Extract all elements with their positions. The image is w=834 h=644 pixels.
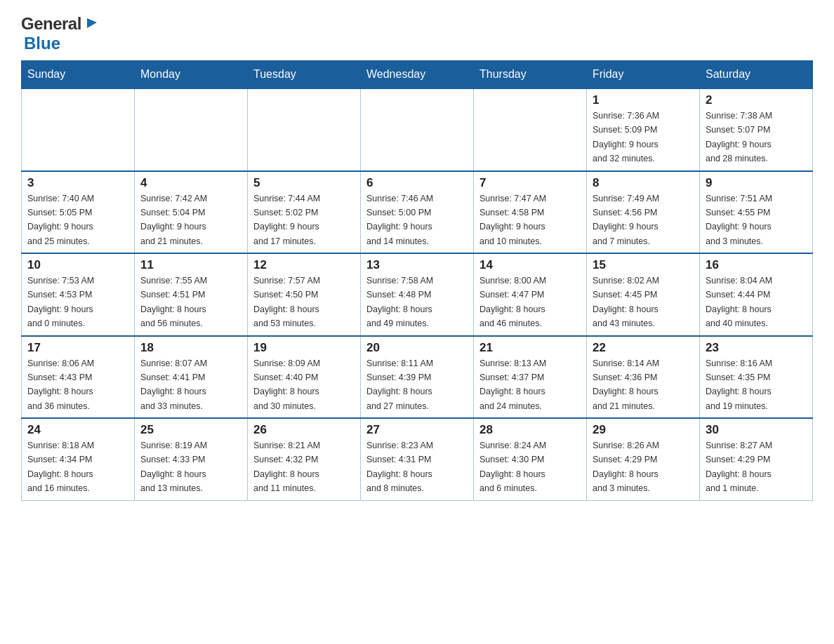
day-number: 9 — [706, 176, 807, 190]
day-number: 17 — [27, 341, 128, 355]
day-number: 6 — [366, 176, 468, 190]
calendar-cell: 18Sunrise: 8:07 AM Sunset: 4:41 PM Dayli… — [135, 336, 248, 419]
calendar-cell — [248, 88, 361, 171]
calendar-cell: 2Sunrise: 7:38 AM Sunset: 5:07 PM Daylig… — [700, 88, 813, 171]
day-info: Sunrise: 8:18 AM Sunset: 4:34 PM Dayligh… — [27, 441, 94, 493]
weekday-header-thursday: Thursday — [474, 61, 587, 89]
day-info: Sunrise: 8:06 AM Sunset: 4:43 PM Dayligh… — [27, 358, 94, 411]
calendar-cell: 11Sunrise: 7:55 AM Sunset: 4:51 PM Dayli… — [135, 253, 248, 336]
day-info: Sunrise: 8:23 AM Sunset: 4:31 PM Dayligh… — [366, 441, 433, 493]
logo: General Blue — [21, 14, 98, 53]
calendar-cell: 15Sunrise: 8:02 AM Sunset: 4:45 PM Dayli… — [587, 253, 700, 336]
day-number: 10 — [27, 258, 128, 272]
calendar-cell: 26Sunrise: 8:21 AM Sunset: 4:32 PM Dayli… — [248, 418, 361, 500]
calendar-cell: 4Sunrise: 7:42 AM Sunset: 5:04 PM Daylig… — [135, 171, 248, 254]
day-number: 21 — [479, 341, 581, 355]
day-number: 29 — [593, 423, 694, 437]
calendar-week-row: 17Sunrise: 8:06 AM Sunset: 4:43 PM Dayli… — [22, 336, 813, 419]
day-info: Sunrise: 8:27 AM Sunset: 4:29 PM Dayligh… — [706, 441, 772, 493]
day-info: Sunrise: 8:26 AM Sunset: 4:29 PM Dayligh… — [593, 441, 659, 493]
day-info: Sunrise: 8:21 AM Sunset: 4:32 PM Dayligh… — [253, 441, 320, 493]
calendar-cell: 13Sunrise: 7:58 AM Sunset: 4:48 PM Dayli… — [361, 253, 474, 336]
day-info: Sunrise: 7:55 AM Sunset: 4:51 PM Dayligh… — [140, 276, 207, 328]
day-info: Sunrise: 7:42 AM Sunset: 5:04 PM Dayligh… — [140, 194, 207, 246]
day-number: 13 — [366, 258, 468, 272]
day-info: Sunrise: 8:00 AM Sunset: 4:47 PM Dayligh… — [479, 276, 546, 328]
calendar-table: SundayMondayTuesdayWednesdayThursdayFrid… — [21, 60, 813, 501]
day-info: Sunrise: 8:04 AM Sunset: 4:44 PM Dayligh… — [706, 276, 772, 328]
day-number: 26 — [253, 423, 355, 437]
calendar-cell — [135, 88, 248, 171]
day-number: 22 — [593, 341, 694, 355]
calendar-cell: 17Sunrise: 8:06 AM Sunset: 4:43 PM Dayli… — [22, 336, 135, 419]
day-number: 25 — [140, 423, 241, 437]
calendar-cell: 23Sunrise: 8:16 AM Sunset: 4:35 PM Dayli… — [700, 336, 813, 419]
calendar-cell: 29Sunrise: 8:26 AM Sunset: 4:29 PM Dayli… — [587, 418, 700, 500]
day-info: Sunrise: 7:49 AM Sunset: 4:56 PM Dayligh… — [593, 194, 659, 246]
weekday-header-saturday: Saturday — [700, 61, 813, 89]
day-number: 24 — [27, 423, 128, 437]
day-info: Sunrise: 8:02 AM Sunset: 4:45 PM Dayligh… — [593, 276, 659, 328]
calendar-cell: 9Sunrise: 7:51 AM Sunset: 4:55 PM Daylig… — [700, 171, 813, 254]
day-number: 18 — [140, 341, 241, 355]
day-info: Sunrise: 7:47 AM Sunset: 4:58 PM Dayligh… — [479, 194, 546, 246]
day-info: Sunrise: 7:58 AM Sunset: 4:48 PM Dayligh… — [366, 276, 433, 328]
calendar-cell: 1Sunrise: 7:36 AM Sunset: 5:09 PM Daylig… — [587, 88, 700, 171]
calendar-cell — [361, 88, 474, 171]
day-number: 2 — [706, 93, 807, 107]
calendar-cell: 3Sunrise: 7:40 AM Sunset: 5:05 PM Daylig… — [22, 171, 135, 254]
day-info: Sunrise: 7:46 AM Sunset: 5:00 PM Dayligh… — [366, 194, 433, 246]
day-number: 4 — [140, 176, 241, 190]
day-number: 11 — [140, 258, 241, 272]
day-info: Sunrise: 7:44 AM Sunset: 5:02 PM Dayligh… — [253, 194, 320, 246]
calendar-week-row: 1Sunrise: 7:36 AM Sunset: 5:09 PM Daylig… — [22, 88, 813, 171]
calendar-cell: 30Sunrise: 8:27 AM Sunset: 4:29 PM Dayli… — [700, 418, 813, 500]
day-info: Sunrise: 8:07 AM Sunset: 4:41 PM Dayligh… — [140, 358, 207, 411]
day-number: 12 — [253, 258, 355, 272]
day-number: 19 — [253, 341, 355, 355]
weekday-header-wednesday: Wednesday — [361, 61, 474, 89]
calendar-cell: 10Sunrise: 7:53 AM Sunset: 4:53 PM Dayli… — [22, 253, 135, 336]
day-info: Sunrise: 8:13 AM Sunset: 4:37 PM Dayligh… — [479, 358, 546, 411]
calendar-cell: 6Sunrise: 7:46 AM Sunset: 5:00 PM Daylig… — [361, 171, 474, 254]
calendar-cell — [22, 88, 135, 171]
calendar-cell: 20Sunrise: 8:11 AM Sunset: 4:39 PM Dayli… — [361, 336, 474, 419]
calendar-cell: 12Sunrise: 7:57 AM Sunset: 4:50 PM Dayli… — [248, 253, 361, 336]
day-number: 28 — [479, 423, 581, 437]
day-info: Sunrise: 8:16 AM Sunset: 4:35 PM Dayligh… — [706, 358, 772, 411]
day-info: Sunrise: 8:14 AM Sunset: 4:36 PM Dayligh… — [593, 358, 659, 411]
day-number: 30 — [706, 423, 807, 437]
calendar-cell: 21Sunrise: 8:13 AM Sunset: 4:37 PM Dayli… — [474, 336, 587, 419]
day-info: Sunrise: 7:53 AM Sunset: 4:53 PM Dayligh… — [27, 276, 94, 328]
calendar-cell: 8Sunrise: 7:49 AM Sunset: 4:56 PM Daylig… — [587, 171, 700, 254]
calendar-week-row: 10Sunrise: 7:53 AM Sunset: 4:53 PM Dayli… — [22, 253, 813, 336]
calendar-week-row: 3Sunrise: 7:40 AM Sunset: 5:05 PM Daylig… — [22, 171, 813, 254]
day-number: 5 — [253, 176, 355, 190]
calendar-cell: 25Sunrise: 8:19 AM Sunset: 4:33 PM Dayli… — [135, 418, 248, 500]
day-number: 16 — [706, 258, 807, 272]
day-info: Sunrise: 7:57 AM Sunset: 4:50 PM Dayligh… — [253, 276, 320, 328]
day-number: 7 — [479, 176, 581, 190]
calendar-cell: 16Sunrise: 8:04 AM Sunset: 4:44 PM Dayli… — [700, 253, 813, 336]
logo-blue-text: Blue — [24, 34, 60, 53]
calendar-cell: 28Sunrise: 8:24 AM Sunset: 4:30 PM Dayli… — [474, 418, 587, 500]
calendar-cell: 24Sunrise: 8:18 AM Sunset: 4:34 PM Dayli… — [22, 418, 135, 500]
day-info: Sunrise: 7:51 AM Sunset: 4:55 PM Dayligh… — [706, 194, 772, 246]
day-number: 15 — [593, 258, 694, 272]
calendar-cell: 22Sunrise: 8:14 AM Sunset: 4:36 PM Dayli… — [587, 336, 700, 419]
day-number: 8 — [593, 176, 694, 190]
day-number: 27 — [366, 423, 468, 437]
day-number: 1 — [593, 93, 694, 107]
day-info: Sunrise: 7:40 AM Sunset: 5:05 PM Dayligh… — [27, 194, 94, 246]
day-number: 23 — [706, 341, 807, 355]
day-info: Sunrise: 7:38 AM Sunset: 5:07 PM Dayligh… — [706, 111, 772, 163]
day-info: Sunrise: 7:36 AM Sunset: 5:09 PM Dayligh… — [593, 111, 659, 163]
calendar-cell: 19Sunrise: 8:09 AM Sunset: 4:40 PM Dayli… — [248, 336, 361, 419]
weekday-header-sunday: Sunday — [22, 61, 135, 89]
day-info: Sunrise: 8:24 AM Sunset: 4:30 PM Dayligh… — [479, 441, 546, 493]
weekday-header-tuesday: Tuesday — [248, 61, 361, 89]
weekday-header-monday: Monday — [135, 61, 248, 89]
calendar-cell: 27Sunrise: 8:23 AM Sunset: 4:31 PM Dayli… — [361, 418, 474, 500]
logo-triangle-icon — [83, 15, 98, 31]
day-info: Sunrise: 8:09 AM Sunset: 4:40 PM Dayligh… — [253, 358, 320, 411]
